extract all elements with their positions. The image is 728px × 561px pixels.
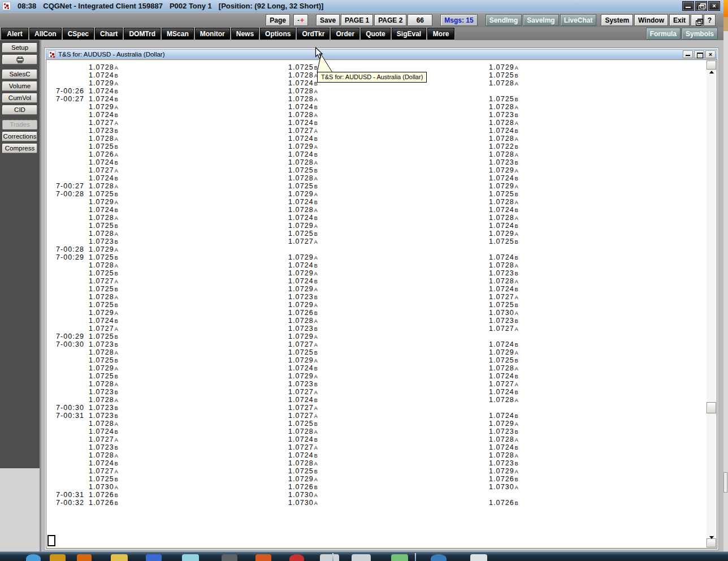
allcon-button[interactable]: AllCon: [29, 28, 62, 40]
options-button[interactable]: Options: [260, 28, 296, 40]
trade-price: 1.0723B: [84, 404, 284, 412]
saveimg-button[interactable]: SaveImg: [523, 14, 558, 26]
teal-window-icon[interactable]: [182, 554, 199, 561]
trade-time: [47, 143, 84, 151]
livechat-button[interactable]: LiveChat: [560, 14, 597, 26]
side-marker: A: [115, 295, 118, 300]
light-button2-icon[interactable]: [352, 554, 371, 561]
monitor-button[interactable]: Monitor: [195, 28, 230, 40]
blue-app-icon[interactable]: [146, 554, 162, 561]
exit-button[interactable]: Exit: [669, 14, 690, 26]
symbols-button[interactable]: Symbols: [682, 28, 718, 40]
scroll-down-button[interactable]: [707, 538, 716, 547]
table-row: 1.0723B1.0727A1.0724B: [47, 443, 707, 451]
scrollbar-thumb[interactable]: [707, 402, 716, 413]
table-row: 1.0724B1.0728A1.0723B: [47, 459, 707, 467]
ts-maximize-icon[interactable]: [694, 50, 704, 58]
cspec-button[interactable]: CSpec: [63, 28, 94, 40]
ts-close-icon[interactable]: ×: [705, 50, 716, 58]
help-button[interactable]: ?: [704, 14, 716, 26]
trade-time: [47, 364, 84, 373]
sidebar-item-salesc[interactable]: SalesC: [2, 70, 37, 79]
sigeval-button[interactable]: SigEval: [392, 28, 426, 40]
save-button[interactable]: Save: [316, 14, 340, 26]
print-button[interactable]: [2, 55, 37, 64]
sidebar-item-volume[interactable]: Volume: [2, 81, 37, 91]
chart-button[interactable]: Chart: [95, 28, 123, 40]
side-marker: A: [515, 200, 518, 205]
domtrd-button[interactable]: DOMTrd: [124, 28, 161, 40]
page1-button[interactable]: PAGE 1: [341, 14, 373, 26]
trade-price: 1.0723B: [84, 127, 284, 135]
white-window-icon[interactable]: [470, 554, 487, 561]
side-marker: A: [515, 215, 518, 221]
trade-price: 1.0729A: [84, 198, 284, 206]
orange-app-icon[interactable]: [255, 554, 271, 561]
side-marker: B: [314, 105, 318, 110]
side-marker: A: [314, 493, 318, 498]
green-app-icon[interactable]: [391, 554, 408, 561]
side-marker: B: [515, 342, 518, 348]
sidebar-item-cumvol[interactable]: CumVol: [2, 93, 37, 103]
table-row: 1.0728A1.0723B1.0727A: [47, 380, 707, 388]
vertical-scrollbar[interactable]: [707, 61, 716, 547]
side-marker: A: [115, 105, 118, 110]
gray-app-icon[interactable]: [222, 554, 237, 561]
taskbar[interactable]: [0, 551, 728, 561]
ts-minimize-icon[interactable]: [683, 50, 693, 58]
side-marker: A: [115, 310, 118, 316]
mscan-button[interactable]: MScan: [162, 28, 194, 40]
page-adjust-button[interactable]: -+: [293, 14, 308, 26]
msgs-button[interactable]: Msgs: 15: [440, 14, 477, 26]
trade-price: 1.0723B: [284, 325, 484, 333]
trade-time: [47, 388, 84, 396]
trade-time: 7-00:30: [47, 404, 84, 412]
trade-time: [47, 317, 84, 325]
alert-button[interactable]: Alert: [1, 28, 28, 40]
quote-button[interactable]: Quote: [361, 28, 391, 40]
trade-time: [47, 79, 84, 88]
more-button[interactable]: More: [427, 28, 454, 40]
table-row: 7-00:281.0725B1.0729A1.0725B: [47, 190, 707, 198]
trade-price: 1.0723B: [484, 428, 707, 436]
trade-price: 1.0728A: [84, 63, 284, 72]
start-orb[interactable]: [26, 554, 41, 561]
window-button[interactable]: Window: [634, 14, 668, 26]
sidebar-item-compress[interactable]: Compress: [2, 144, 37, 153]
light-button-icon[interactable]: [320, 554, 339, 561]
trade-price: 1.0723B: [284, 293, 484, 301]
order-button[interactable]: Order: [331, 28, 359, 40]
folder-icon[interactable]: [111, 554, 128, 561]
sidebar-item-corrections[interactable]: Corrections: [2, 132, 37, 141]
trade-price: 1.0727A: [284, 412, 484, 420]
gold-app-icon[interactable]: [50, 554, 66, 561]
trade-time: [47, 285, 84, 294]
restore-icon[interactable]: [695, 1, 707, 11]
page-number-display[interactable]: 66: [408, 14, 432, 26]
red-ring-icon[interactable]: [289, 554, 304, 561]
globe-icon[interactable]: [431, 554, 447, 561]
side-marker: A: [115, 184, 118, 189]
sidebar-item-setup[interactable]: Setup: [2, 43, 37, 53]
sidebar-item-cid[interactable]: CID: [2, 105, 37, 115]
close-icon[interactable]: ×: [708, 1, 720, 11]
trade-price: 1.0723B: [84, 443, 284, 452]
sendimg-button[interactable]: SendImg: [486, 14, 522, 26]
side-marker: B: [515, 413, 518, 419]
trade-price: 1.0725B: [284, 63, 484, 72]
minimize-icon[interactable]: [682, 1, 694, 11]
orange-bar-icon[interactable]: [77, 554, 92, 561]
side-marker: A: [115, 215, 118, 221]
ts-window-titlebar[interactable]: T&S for: AUDUSD - Australia (Dollar) ×: [46, 49, 717, 59]
news-button[interactable]: News: [231, 28, 259, 40]
scroll-up-button[interactable]: [707, 61, 716, 70]
trade-price: 1.0724B: [484, 372, 707, 381]
ordtkr-button[interactable]: OrdTkr: [297, 28, 330, 40]
page2-button[interactable]: PAGE 2: [374, 14, 406, 26]
side-marker: A: [515, 105, 518, 110]
system-button[interactable]: System: [601, 14, 633, 26]
formula-button[interactable]: Formula: [646, 28, 681, 40]
page-button[interactable]: Page: [266, 14, 290, 26]
restore-window-icon[interactable]: [691, 14, 703, 26]
trade-price: 1.0726B: [484, 475, 707, 484]
